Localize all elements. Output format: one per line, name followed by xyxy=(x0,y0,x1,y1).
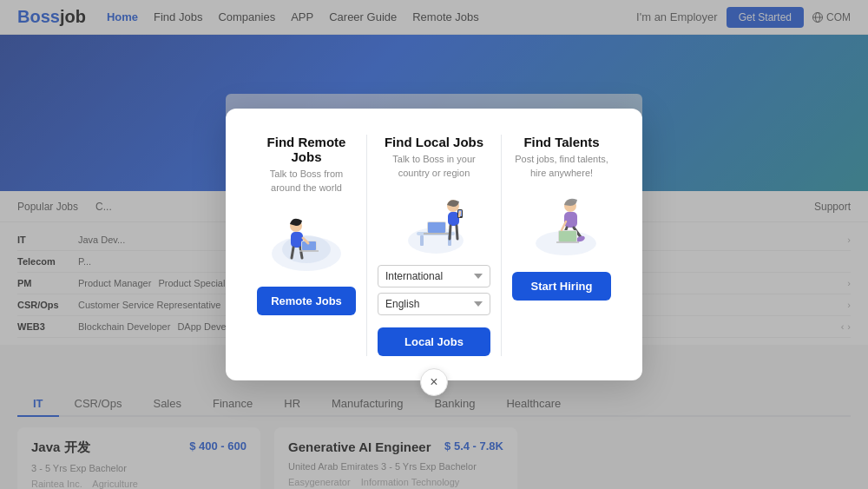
local-subtitle: Talk to Boss in your country or region xyxy=(378,153,490,180)
remote-title: Find Remote Jobs xyxy=(257,135,356,164)
remote-subtitle: Talk to Boss from around the world xyxy=(257,168,356,195)
divider-1 xyxy=(366,135,367,356)
svg-line-24 xyxy=(459,212,460,216)
divider-2 xyxy=(501,135,502,356)
local-jobs-button[interactable]: Local Jobs xyxy=(378,327,490,356)
country-select[interactable]: International xyxy=(378,265,490,287)
modal-dialog: Find Remote Jobs Talk to Boss from aroun… xyxy=(226,109,642,380)
svg-line-26 xyxy=(457,226,457,239)
talent-illustration xyxy=(518,187,605,256)
local-illustration xyxy=(391,187,477,256)
local-title: Find Local Jobs xyxy=(385,135,483,149)
modal-col-talent: Find Talents Post jobs, find talents, hi… xyxy=(505,135,618,356)
modal-columns: Find Remote Jobs Talk to Boss from aroun… xyxy=(250,135,618,356)
svg-rect-15 xyxy=(420,235,424,246)
start-hiring-button[interactable]: Start Hiring xyxy=(512,272,611,301)
svg-rect-6 xyxy=(291,232,303,248)
svg-rect-18 xyxy=(428,222,445,233)
modal-overlay: Find Remote Jobs Talk to Boss from aroun… xyxy=(0,0,868,489)
talent-title: Find Talents xyxy=(523,135,599,149)
modal-col-remote: Find Remote Jobs Talk to Boss from aroun… xyxy=(250,135,363,356)
modal-col-local: Find Local Jobs Talk to Boss in your cou… xyxy=(371,135,497,356)
svg-line-25 xyxy=(450,226,450,239)
svg-line-7 xyxy=(292,248,293,258)
remote-illustration xyxy=(263,202,350,271)
language-select[interactable]: English xyxy=(378,293,490,315)
svg-rect-34 xyxy=(559,231,576,241)
svg-rect-29 xyxy=(564,212,577,228)
talent-subtitle: Post jobs, find talents, hire anywhere! xyxy=(512,153,611,180)
modal-close-button[interactable]: × xyxy=(420,368,448,396)
remote-jobs-button[interactable]: Remote Jobs xyxy=(257,287,356,315)
